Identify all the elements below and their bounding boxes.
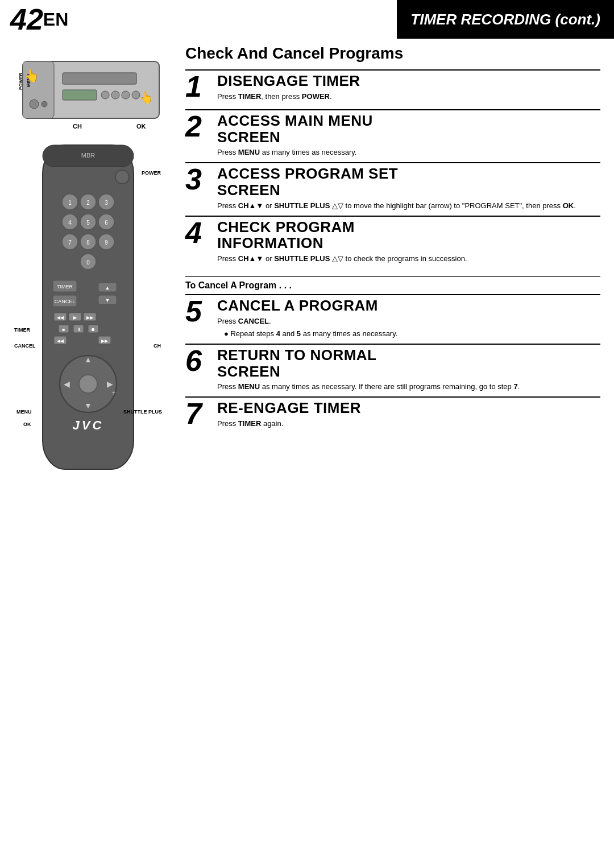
svg-text:■: ■ [63, 327, 65, 332]
svg-point-19 [115, 170, 129, 184]
svg-text:+: + [111, 389, 115, 397]
svg-text:👆: 👆 [24, 68, 40, 83]
svg-text:POWER: POWER [18, 73, 23, 90]
cancel-remote-label: CANCEL [14, 343, 36, 349]
svg-text:▲: ▲ [84, 355, 92, 364]
header: 42EN TIMER RECORDING (cont.) [0, 0, 614, 39]
shuttle-remote-label: SHUTTLE PLUS [123, 409, 162, 415]
svg-text:OK: OK [136, 123, 146, 130]
step-3-block: 3 ACCESS PROGRAM SETSCREEN Press CH▲▼ or… [185, 162, 600, 215]
step-3-number: 3 [185, 163, 213, 215]
svg-point-5 [111, 91, 119, 99]
svg-text:JVC: JVC [73, 418, 104, 432]
svg-text:▼: ▼ [105, 297, 110, 303]
step-6-desc: Press MENU as many times as necessary. I… [217, 382, 600, 392]
step-4-number: 4 [185, 217, 213, 268]
step-5-number: 5 [185, 295, 213, 344]
svg-text:👆: 👆 [139, 90, 154, 104]
svg-point-4 [101, 91, 109, 99]
svg-text:0: 0 [86, 259, 90, 266]
section-title: Check And Cancel Programs [185, 44, 600, 63]
svg-text:▶: ▶ [107, 379, 113, 388]
svg-text:⏸: ⏸ [76, 327, 81, 332]
step-3-desc: Press CH▲▼ or SHUTTLE PLUS △▽ to move th… [217, 201, 600, 211]
svg-text:4: 4 [68, 220, 72, 226]
svg-text:◀◀: ◀◀ [57, 315, 64, 320]
svg-text:CH: CH [73, 123, 82, 130]
step-2-desc: Press MENU as many times as necessary. [217, 147, 600, 158]
step-2-number: 2 [185, 110, 213, 162]
step-2-content: ACCESS MAIN MENUSCREEN Press MENU as man… [213, 110, 600, 162]
remote-illustration: POWER TIMER CANCEL CH MENU OK SHUTTLE PL… [14, 139, 162, 483]
step-5-desc: Press CANCEL. [217, 316, 600, 326]
svg-point-6 [122, 91, 130, 99]
svg-text:▲: ▲ [105, 285, 110, 291]
svg-rect-2 [63, 73, 136, 84]
step-6-block: 6 RETURN TO NORMALSCREEN Press MENU as m… [185, 344, 600, 396]
header-title: TIMER RECORDING (cont.) [397, 0, 614, 39]
step-4-content: CHECK PROGRAMINFORMATION Press CH▲▼ or S… [213, 217, 600, 268]
svg-text:◀◀: ◀◀ [57, 338, 64, 344]
svg-rect-3 [63, 90, 97, 100]
right-column: Check And Cancel Programs 1 DISENGAGE TI… [176, 39, 614, 868]
step-1-heading: DISENGAGE TIMER [217, 73, 600, 89]
step-7-content: RE-ENGAGE TIMER Press TIMER again. [213, 398, 600, 436]
svg-text:2: 2 [86, 200, 90, 206]
subsection-title: To Cancel A Program . . . [185, 276, 600, 291]
timer-remote-label: TIMER [14, 327, 30, 333]
vcr-device-illustration: POWER MENU 👆 CH OK 👆 [6, 44, 171, 135]
step-2-block: 2 ACCESS MAIN MENUSCREEN Press MENU as m… [185, 109, 600, 162]
step-1-number: 1 [185, 71, 213, 109]
svg-text:1: 1 [68, 200, 72, 206]
step-4-desc: Press CH▲▼ or SHUTTLE PLUS △▽ to check t… [217, 254, 600, 264]
step-1-block: 1 DISENGAGE TIMER Press TIMER, then pres… [185, 69, 600, 109]
main-layout: POWER MENU 👆 CH OK 👆 POWER TIMER CANCEL … [0, 39, 614, 868]
svg-point-7 [132, 91, 140, 99]
step-4-heading: CHECK PROGRAMINFORMATION [217, 219, 600, 251]
page-number: 42EN [0, 0, 78, 39]
power-remote-label: POWER [142, 170, 161, 176]
step-6-number: 6 [185, 345, 213, 396]
svg-text:◀: ◀ [64, 379, 70, 388]
svg-text:8: 8 [86, 239, 90, 246]
step-6-heading: RETURN TO NORMALSCREEN [217, 347, 600, 379]
svg-text:⏺: ⏺ [91, 327, 96, 332]
step-1-desc: Press TIMER, then press POWER. [217, 92, 600, 102]
menu-remote-label: MENU [16, 409, 32, 415]
step-7-desc: Press TIMER again. [217, 419, 600, 429]
step-5-content: CANCEL A PROGRAM Press CANCEL. ● Repeat … [213, 295, 600, 344]
step-4-block: 4 CHECK PROGRAMINFORMATION Press CH▲▼ or… [185, 216, 600, 268]
step-6-content: RETURN TO NORMALSCREEN Press MENU as man… [213, 345, 600, 396]
svg-text:▶▶: ▶▶ [101, 338, 109, 344]
svg-point-65 [79, 375, 97, 393]
step-3-heading: ACCESS PROGRAM SETSCREEN [217, 166, 600, 198]
svg-text:▶▶: ▶▶ [86, 315, 94, 320]
step-2-heading: ACCESS MAIN MENUSCREEN [217, 113, 600, 145]
svg-text:CANCEL: CANCEL [55, 299, 76, 304]
left-column: POWER MENU 👆 CH OK 👆 POWER TIMER CANCEL … [0, 39, 176, 868]
ok-remote-label: OK [23, 421, 31, 427]
step-7-heading: RE-ENGAGE TIMER [217, 400, 600, 416]
svg-text:TIMER: TIMER [57, 284, 73, 290]
step-5-heading: CANCEL A PROGRAM [217, 297, 600, 314]
svg-point-8 [30, 100, 39, 109]
step-7-number: 7 [185, 398, 213, 436]
step-7-block: 7 RE-ENGAGE TIMER Press TIMER again. [185, 396, 600, 436]
svg-text:9: 9 [105, 239, 108, 246]
svg-text:MBR: MBR [81, 152, 96, 159]
ch-remote-label: CH [154, 343, 161, 349]
svg-text:5: 5 [86, 220, 90, 226]
svg-text:6: 6 [105, 220, 108, 226]
svg-text:▼: ▼ [84, 401, 92, 410]
step-5-block: 5 CANCEL A PROGRAM Press CANCEL. ● Repea… [185, 294, 600, 344]
step-1-content: DISENGAGE TIMER Press TIMER, then press … [213, 71, 600, 109]
step-3-content: ACCESS PROGRAM SETSCREEN Press CH▲▼ or S… [213, 163, 600, 215]
svg-text:7: 7 [68, 239, 72, 246]
svg-point-9 [42, 101, 47, 107]
svg-text:▶: ▶ [73, 315, 77, 320]
step-5-bullet: ● Repeat steps 4 and 5 as many times as … [224, 329, 600, 339]
svg-text:3: 3 [105, 200, 108, 206]
